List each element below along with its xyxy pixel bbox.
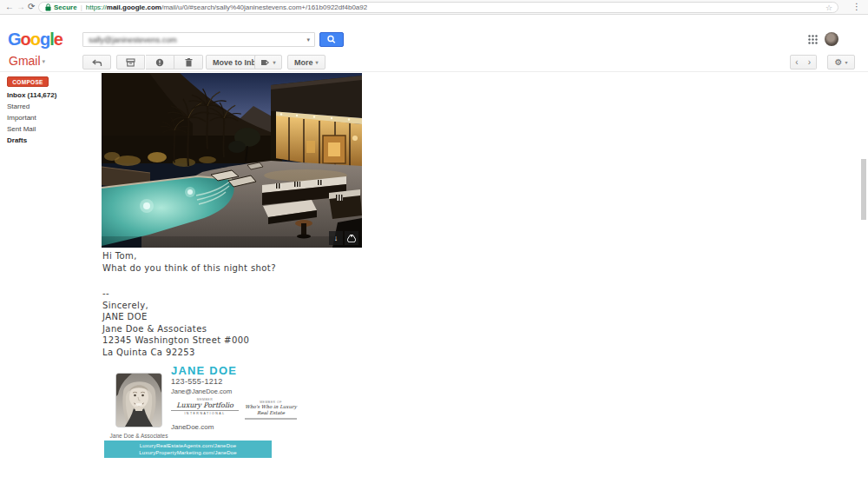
older-conversation-button[interactable]: › [803,55,817,70]
agent-website-link[interactable]: JaneDoe.com [171,423,214,431]
url-text: https://mail.google.com/mail/u/0/#search… [86,3,367,11]
url-path: /mail/u/0/#search/sally%40janinestevens.… [161,3,367,11]
report-spam-button[interactable] [146,55,174,70]
labels-caret-icon: ▾ [273,59,275,65]
agent-email-link[interactable]: Jane@JaneDoe.com [171,388,232,395]
email-body-paragraph: Hi Tom,What do you think of this night s… [102,250,276,274]
archive-icon [126,58,135,67]
sidebar-item-starred[interactable]: Starred [7,103,30,110]
gmail-toolbar: Gmail▾ Move to Inbox [0,52,868,72]
banner-link-2[interactable]: LuxuryPropertyMarketing.com/JaneDoe [104,450,272,457]
agent-phone: 123-555-1212 [171,377,223,386]
house-pool-night-photo [102,73,362,248]
agent-name: JANE DOE [171,364,237,377]
apps-grid-icon[interactable] [807,34,819,45]
browser-chrome: ← → ⟳ Secure | https://mail.google.com/m… [0,0,868,15]
download-attachment-button[interactable]: ↓ [329,231,343,245]
gmail-menu-dropdown[interactable]: Gmail▾ [9,54,45,68]
search-input[interactable]: sally@janinestevens.com ▾ [82,32,315,47]
browser-menu-icon[interactable]: ⋮ [852,2,861,11]
account-avatar[interactable] [825,32,838,46]
save-to-drive-button[interactable] [345,231,358,245]
sidebar-item-sent-mail[interactable]: Sent Mail [7,125,36,133]
email-signature-text: --Sincerely,JANE DOEJane Doe & Associate… [102,288,249,358]
back-arrow-icon [91,58,102,67]
browser-refresh-icon[interactable]: ⟳ [28,1,35,13]
sidebar-item-important[interactable]: Important [7,114,36,122]
browser-back-icon[interactable]: ← [5,1,14,13]
compose-button[interactable]: COMPOSE [7,76,49,87]
banner-link-1[interactable]: LuxuryRealEstateAgents.com/JaneDoe [104,443,272,450]
delete-button[interactable] [174,55,203,70]
newer-conversation-button[interactable]: ‹ [790,55,804,70]
url-scheme: https:// [86,3,107,11]
address-bar[interactable]: Secure | https://mail.google.com/mail/u/… [38,2,838,13]
url-separator: | [81,3,82,11]
settings-button[interactable]: ⚙ ▾ [827,55,855,70]
search-input-value: sally@janinestevens.com [89,36,177,44]
settings-caret-icon: ▾ [845,59,847,65]
page-scrollbar-thumb[interactable] [861,159,866,220]
luxury-portfolio-logo: MEMBER Luxury Portfolio INTERNATIONAL [171,398,239,415]
email-attachment-image[interactable]: ↓ [102,73,362,248]
gmail-caret-icon: ▾ [43,58,46,64]
label-tag-icon [260,58,270,67]
bookmark-star-icon[interactable]: ☆ [825,3,832,12]
search-icon [320,33,343,46]
logo-caption-bar [245,418,297,420]
google-logo: Google [8,30,62,50]
url-domain: mail.google.com [107,3,161,11]
back-to-search-button[interactable] [82,55,111,70]
lock-icon [45,3,51,11]
more-caret-icon: ▾ [316,59,319,65]
archive-button[interactable] [116,55,145,70]
spam-icon [155,58,164,67]
gmail-header: Google sally@janinestevens.com ▾ [0,15,868,52]
labels-button[interactable]: ▾ [254,55,282,70]
search-button[interactable] [319,32,344,47]
agent-portrait-photo [115,373,162,427]
more-button[interactable]: More ▾ [287,55,326,70]
drive-icon [347,235,356,242]
sidebar-item-drafts[interactable]: Drafts [7,136,27,144]
browser-forward-icon[interactable]: → [16,1,25,13]
whos-who-luxury-logo: MEMBER OF Who's Who in Luxury Real Estat… [245,401,297,420]
search-options-caret-icon[interactable]: ▾ [306,36,310,43]
sidebar-item-inbox[interactable]: Inbox (114,672) [7,91,56,99]
secure-badge: Secure [54,3,77,11]
gear-icon: ⚙ [835,57,843,67]
trash-icon [185,58,193,67]
signature-banner: LuxuryRealEstateAgents.com/JaneDoe Luxur… [104,441,272,458]
download-icon: ↓ [334,234,339,242]
